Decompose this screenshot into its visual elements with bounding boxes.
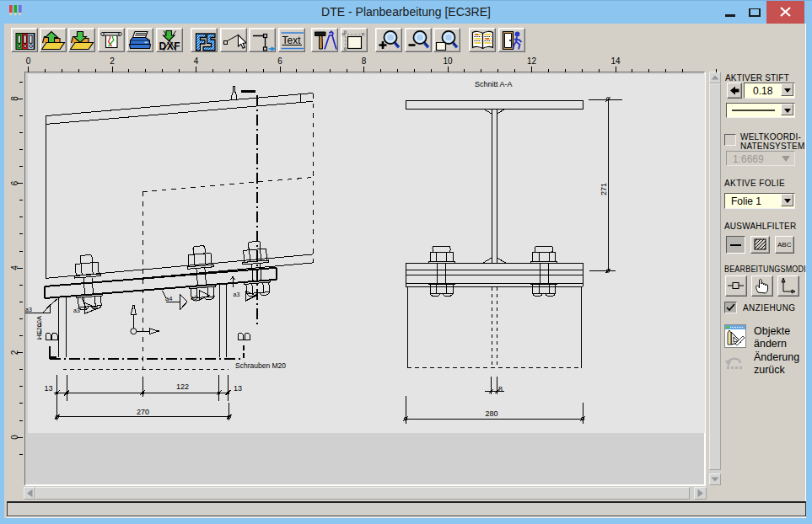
svg-text:271: 271 (600, 183, 608, 195)
svg-text:4: 4 (10, 265, 19, 270)
svg-text:13: 13 (44, 384, 52, 393)
svg-text:6: 6 (10, 180, 19, 185)
svg-text:a3: a3 (234, 291, 240, 297)
svg-text:280: 280 (485, 409, 497, 418)
svg-text:6: 6 (277, 56, 282, 66)
svg-text:14: 14 (610, 56, 621, 66)
svg-text:a4: a4 (165, 295, 172, 302)
svg-text:8: 8 (498, 385, 503, 393)
svg-text:122: 122 (176, 382, 189, 391)
svg-text:270: 270 (137, 408, 149, 416)
svg-text:12: 12 (527, 56, 537, 66)
svg-text:10: 10 (443, 56, 453, 66)
svg-text:0: 0 (10, 435, 19, 440)
svg-text:HE260A: HE260A (35, 316, 43, 340)
svg-text:2: 2 (110, 56, 115, 66)
svg-text:13: 13 (234, 384, 242, 393)
svg-text:4: 4 (194, 56, 199, 66)
svg-text:Schrauben M20: Schrauben M20 (235, 361, 286, 370)
svg-text:8: 8 (10, 96, 19, 101)
svg-text:2: 2 (10, 350, 19, 355)
svg-text:a3: a3 (25, 307, 32, 313)
svg-text:8: 8 (362, 56, 367, 66)
svg-text:Schnitt A-A: Schnitt A-A (475, 80, 513, 88)
svg-text:0: 0 (26, 56, 31, 66)
